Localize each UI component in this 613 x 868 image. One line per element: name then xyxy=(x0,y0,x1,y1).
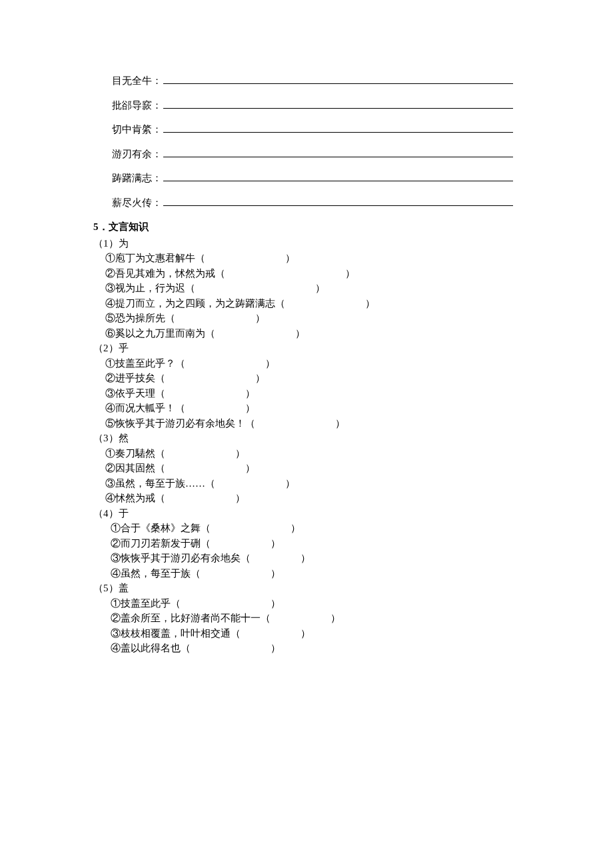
group-3: （3）然 ①奏刀騞然（ ） ②因其固然（ ） ③虽然，每至于族……（ ） ④怵然… xyxy=(93,431,513,506)
group-label: （1）为 xyxy=(93,236,513,251)
fill-term-row: 薪尽火传： xyxy=(112,195,513,211)
question-item: ③枝枝相覆盖，叶叶相交通（ ） xyxy=(105,626,513,641)
question-item: ③视为止，行为迟（ ） xyxy=(105,281,513,296)
question-item: ⑤恢恢乎其于游刃必有余地矣！（ ） xyxy=(105,416,513,431)
question-item: ②吾见其难为，怵然为戒（ ） xyxy=(105,266,513,281)
fill-term-row: 切中肯綮： xyxy=(112,122,513,137)
question-item: ④而况大軱乎！（ ） xyxy=(105,401,513,416)
question-item: ①庖丁为文惠君解牛（ ） xyxy=(105,251,513,266)
group-2: （2）乎 ①技盖至此乎？（ ） ②进乎技矣（ ） ③依乎天理（ ） ④而况大軱乎… xyxy=(93,341,513,431)
fill-term-row: 游刃有余： xyxy=(112,147,513,162)
question-item: ②因其固然（ ） xyxy=(105,461,513,476)
section-5-heading: 5．文言知识 xyxy=(93,219,513,235)
fill-blank-line[interactable] xyxy=(163,171,513,181)
group-label: （3）然 xyxy=(93,431,513,446)
group-label: （2）乎 xyxy=(93,341,513,356)
section-number: 5． xyxy=(93,221,109,232)
question-item: ④盖以此得名也（ ） xyxy=(105,641,513,656)
fill-term-row: 踌躇满志： xyxy=(112,171,513,186)
fill-term-row: 目无全牛： xyxy=(112,73,513,89)
question-item: ③恢恢乎其于游刃必有余地矣（ ） xyxy=(105,551,513,566)
fill-blank-line[interactable] xyxy=(163,122,513,133)
fill-term-label: 切中肯綮： xyxy=(112,122,162,137)
question-item: ②盖余所至，比好游者尚不能十一（ ） xyxy=(105,611,513,626)
fill-term-label: 薪尽火传： xyxy=(112,195,162,211)
question-item: ③虽然，每至于族……（ ） xyxy=(105,476,513,491)
fill-blank-line[interactable] xyxy=(163,147,513,157)
question-item: ④虽然，每至于族（ ） xyxy=(105,566,513,581)
fill-term-label: 目无全牛： xyxy=(112,73,162,89)
question-item: ⑥奚以之九万里而南为（ ） xyxy=(105,326,513,341)
group-label: （4）于 xyxy=(93,506,513,521)
fill-term-row: 批郤导窾： xyxy=(112,98,513,113)
fill-term-label: 踌躇满志： xyxy=(112,171,162,186)
question-item: ①合于《桑林》之舞（ ） xyxy=(105,521,513,536)
fill-blank-line[interactable] xyxy=(163,98,513,109)
question-item: ③依乎天理（ ） xyxy=(105,386,513,401)
group-label: （5）盖 xyxy=(93,581,513,596)
group-5: （5）盖 ①技盖至此乎（ ） ②盖余所至，比好游者尚不能十一（ ） ③枝枝相覆盖… xyxy=(93,581,513,656)
question-item: ①奏刀騞然（ ） xyxy=(105,446,513,461)
fill-term-label: 游刃有余： xyxy=(112,147,162,162)
question-item: ④提刀而立，为之四顾，为之踌躇满志（ ） xyxy=(105,296,513,311)
question-item: ②进乎技矣（ ） xyxy=(105,371,513,386)
question-item: ①技盖至此乎（ ） xyxy=(105,596,513,611)
fill-term-label: 批郤导窾： xyxy=(112,98,162,113)
question-item: ①技盖至此乎？（ ） xyxy=(105,356,513,371)
fill-blank-line[interactable] xyxy=(163,73,513,84)
group-4: （4）于 ①合于《桑林》之舞（ ） ②而刀刃若新发于硎（ ） ③恢恢乎其于游刃必… xyxy=(93,506,513,581)
group-1: （1）为 ①庖丁为文惠君解牛（ ） ②吾见其难为，怵然为戒（ ） ③视为止，行为… xyxy=(93,236,513,341)
question-item: ④怵然为戒（ ） xyxy=(105,491,513,506)
fill-blank-line[interactable] xyxy=(163,195,513,206)
question-item: ⑤恐为操所先（ ） xyxy=(105,311,513,326)
section-title: 文言知识 xyxy=(109,221,149,232)
question-item: ②而刀刃若新发于硎（ ） xyxy=(105,536,513,551)
